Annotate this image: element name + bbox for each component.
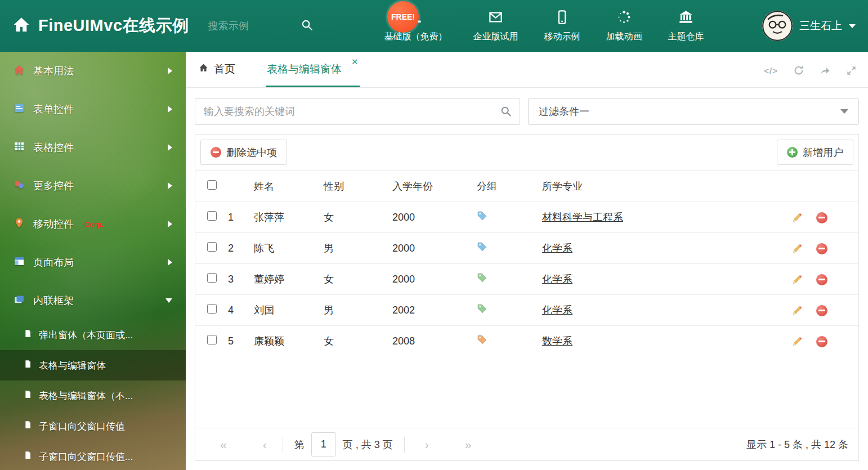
user-name: 三生石上 [799, 19, 842, 33]
filter-dropdown-value: 过滤条件一 [539, 105, 589, 118]
delete-icon[interactable] [816, 243, 827, 254]
edit-icon[interactable] [792, 274, 803, 285]
row-checkbox[interactable] [207, 304, 217, 314]
tab-active[interactable]: 表格与编辑窗体 ✕ [266, 62, 360, 87]
minus-circle-icon [211, 147, 221, 158]
col-gender: 性别 [324, 171, 392, 202]
cell-rownum: 5 [228, 326, 254, 357]
keyword-input[interactable] [195, 98, 520, 125]
sidebar-subitem-1[interactable]: 弹出窗体（本页面或... [0, 320, 186, 350]
top-nav-item-bank[interactable]: 主题仓库 [668, 10, 704, 43]
form-icon [14, 102, 25, 117]
major-link[interactable]: 材料科学与工程系 [542, 212, 623, 223]
col-name: 姓名 [254, 171, 324, 202]
envelope-icon [488, 10, 503, 27]
tab-home[interactable]: 首页 [197, 62, 236, 87]
mobile-icon [554, 10, 570, 27]
first-page-icon[interactable]: « [216, 438, 231, 451]
page-number-input[interactable] [311, 432, 336, 456]
share-icon[interactable] [820, 65, 831, 76]
free-badge: FREE! [387, 1, 419, 33]
edit-icon[interactable] [792, 243, 803, 254]
file-icon [24, 451, 32, 462]
top-nav: 基础版（免费）企业版试用移动示例加载动画主题仓库 [384, 10, 704, 43]
plus-circle-icon [787, 147, 798, 158]
search-row: 过滤条件一 [195, 98, 859, 125]
col-year: 入学年份 [392, 171, 477, 202]
col-major: 所学专业 [542, 171, 792, 202]
row-checkbox[interactable] [207, 242, 217, 252]
top-nav-label: 企业版试用 [473, 31, 518, 43]
edit-icon[interactable] [792, 336, 803, 347]
row-checkbox[interactable] [207, 211, 217, 221]
search-icon[interactable] [301, 19, 314, 34]
major-link[interactable]: 化学系 [542, 243, 572, 254]
delete-selected-button[interactable]: 删除选中项 [200, 140, 287, 165]
sidebar-item-home[interactable]: 基本用法 [0, 52, 186, 90]
select-all-checkbox[interactable] [207, 180, 217, 190]
brand[interactable]: FineUIMvc在线示例 [12, 15, 189, 37]
sidebar-subitem-label: 表格与编辑窗体 [39, 359, 106, 372]
chevron-down-icon [849, 24, 856, 28]
top-search-input[interactable] [208, 20, 293, 32]
grid-toolbar: 删除选中项 新增用户 [195, 135, 858, 170]
delete-icon[interactable] [816, 274, 827, 285]
top-nav-item-spinner[interactable]: 加载动画 [606, 10, 642, 43]
sidebar-item-form[interactable]: 表单控件 [0, 90, 186, 128]
major-link[interactable]: 化学系 [542, 274, 572, 285]
table-row: 3董婷婷女2000化学系 [195, 264, 858, 295]
cell-year: 2000 [392, 264, 477, 295]
bank-icon [678, 10, 693, 27]
sidebar-subitem-3[interactable]: 表格与编辑窗体（不... [0, 381, 186, 411]
cell-year: 2002 [392, 295, 477, 326]
sidebar-item-label: 更多控件 [33, 179, 74, 193]
major-link[interactable]: 数学系 [542, 335, 572, 347]
sidebar-item-table[interactable]: 表格控件 [0, 128, 186, 167]
filter-dropdown[interactable]: 过滤条件一 [528, 98, 859, 125]
row-checkbox[interactable] [207, 335, 217, 344]
refresh-icon[interactable] [793, 65, 804, 76]
delete-icon[interactable] [816, 305, 827, 316]
tab-home-label: 首页 [214, 62, 235, 77]
last-page-icon[interactable]: » [460, 438, 476, 451]
cell-rownum: 3 [228, 264, 254, 295]
top-search [208, 19, 314, 34]
record-summary: 显示 1 - 5 条 , 共 12 条 [746, 438, 848, 451]
sidebar-subitem-5[interactable]: 子窗口向父窗口传值... [0, 441, 186, 470]
row-checkbox[interactable] [207, 273, 217, 283]
top-nav-item-envelope[interactable]: 企业版试用 [473, 10, 518, 43]
sidebar: 基本用法表单控件表格控件更多控件移动控件Corp.页面布局内联框架弹出窗体（本页… [0, 52, 186, 470]
sidebar-subitem-4[interactable]: 子窗口向父窗口传值 [0, 411, 186, 441]
home-tab-icon [198, 62, 209, 76]
major-link[interactable]: 化学系 [542, 305, 572, 316]
cell-gender: 男 [324, 233, 392, 264]
source-code-icon[interactable]: </> [764, 66, 778, 75]
add-user-button[interactable]: 新增用户 [777, 140, 853, 165]
expand-icon[interactable] [846, 65, 857, 76]
edit-icon[interactable] [792, 212, 803, 223]
chevron-right-icon [168, 68, 172, 74]
delete-icon[interactable] [816, 212, 827, 223]
cell-name: 张萍萍 [254, 202, 324, 233]
sidebar-subitem-label: 子窗口向父窗口传值... [39, 450, 133, 463]
sidebar-item-iframe[interactable]: 内联框架 [0, 281, 186, 320]
sidebar-item-more[interactable]: 更多控件 [0, 167, 186, 205]
file-icon [24, 360, 32, 371]
sidebar-item-layout[interactable]: 页面布局 [0, 243, 186, 281]
top-nav-item-mobile[interactable]: 移动示例 [544, 10, 580, 43]
edit-icon[interactable] [792, 305, 803, 316]
user-menu[interactable]: 三生石上 [762, 11, 856, 41]
search-icon[interactable] [500, 105, 512, 120]
grid-empty-space [195, 357, 858, 428]
home-icon [14, 64, 25, 78]
prev-page-icon[interactable]: ‹ [258, 438, 271, 451]
sidebar-item-mobile[interactable]: 移动控件Corp. [0, 205, 186, 243]
file-icon [24, 390, 32, 401]
delete-icon[interactable] [816, 336, 827, 347]
table-row: 4刘国男2002化学系 [195, 295, 858, 326]
close-tab-icon[interactable]: ✕ [351, 57, 359, 67]
col-group: 分组 [477, 171, 542, 202]
cell-rownum: 4 [228, 295, 254, 326]
sidebar-subitem-2-active[interactable]: 表格与编辑窗体 [0, 350, 186, 381]
next-page-icon[interactable]: › [420, 438, 433, 451]
